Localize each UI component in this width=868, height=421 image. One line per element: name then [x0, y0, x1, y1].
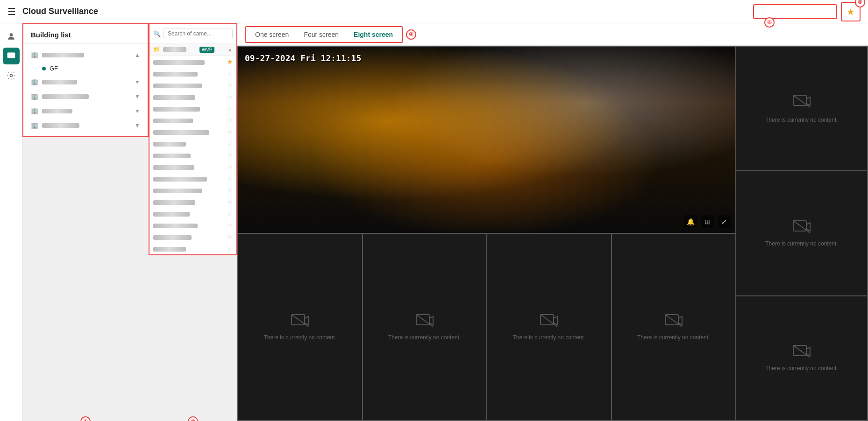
- camera-name-12: [153, 187, 227, 193]
- camera-item-16[interactable]: ☆: [149, 231, 236, 243]
- building-item-3[interactable]: 🏢 ▼: [23, 89, 148, 104]
- camera-star-4[interactable]: ☆: [227, 93, 233, 100]
- camera-star-1[interactable]: ★: [227, 58, 233, 65]
- building-name-3: [42, 94, 89, 99]
- building-panel-wrapper: Building list 🏢 ▲ GF: [22, 23, 149, 421]
- building-icon-3: 🏢: [31, 93, 38, 100]
- camera-star-3[interactable]: ☆: [227, 82, 233, 89]
- camera-star-13[interactable]: ☆: [227, 198, 233, 205]
- camera-item-6[interactable]: ☆: [149, 114, 236, 126]
- camera-star-12[interactable]: ☆: [227, 187, 233, 194]
- wvp-badge: WVP: [199, 47, 215, 53]
- building-name-5: [42, 123, 79, 128]
- video-ctrl-sound[interactable]: 🔔: [684, 215, 697, 228]
- eight-screen-button[interactable]: Eight screen: [352, 30, 395, 39]
- camera-star-9[interactable]: ☆: [227, 152, 233, 159]
- video-ctrl-fullscreen[interactable]: ⤢: [718, 215, 731, 228]
- no-content-icon-b1: [291, 314, 309, 330]
- camera-group-name: [163, 47, 186, 52]
- camera-item-7[interactable]: ☆: [149, 126, 236, 138]
- camera-star-7[interactable]: ☆: [227, 128, 233, 135]
- camera-item-3[interactable]: ☆: [149, 79, 236, 91]
- menu-icon[interactable]: ☰: [7, 6, 16, 17]
- no-content-icon-3: [792, 344, 811, 360]
- no-content-text-b3: There is currently no content.: [513, 334, 585, 341]
- camera-item-10[interactable]: ☆: [149, 161, 236, 173]
- camera-star-16[interactable]: ☆: [227, 233, 233, 240]
- right-panel-1: There is currently no content.: [736, 47, 867, 170]
- camera-item-4[interactable]: ☆: [149, 91, 236, 103]
- svg-point-2: [10, 75, 12, 77]
- chevron-up-1: ▲: [135, 52, 140, 58]
- building-item-5[interactable]: 🏢 ▼: [23, 118, 148, 133]
- camera-star-17[interactable]: ☆: [227, 245, 233, 252]
- camera-star-8[interactable]: ☆: [227, 140, 233, 147]
- building-item-5-left: 🏢: [31, 122, 79, 129]
- right-column: There is currently no content. There is …: [736, 47, 867, 420]
- sidebar-icon-user[interactable]: [3, 28, 20, 45]
- chevron-3: ▼: [135, 93, 140, 100]
- camera-item-15[interactable]: ☆: [149, 219, 236, 231]
- camera-group-header: 📁 WVP ▲: [149, 43, 236, 56]
- camera-name-1: [153, 59, 227, 64]
- bottom-panel-3: There is currently no content.: [487, 234, 611, 420]
- no-content-text-b1: There is currently no content.: [264, 334, 336, 341]
- no-content-text-1: There is currently no content.: [765, 117, 838, 123]
- camera-search: 🔍: [149, 24, 236, 43]
- screen-mode-wrapper: One screen Four screen Eight screen ④: [245, 26, 403, 43]
- video-grid: 09-27-2024 Fri 12:11:15 🔔 ⊞ ⤢: [237, 46, 868, 421]
- building-icon-5: 🏢: [31, 122, 38, 129]
- building-item-2[interactable]: 🏢 ▼: [23, 75, 148, 89]
- camera-panel-wrapper: 🔍 📁 WVP ▲ ★ ☆: [149, 23, 237, 421]
- camera-star-14[interactable]: ☆: [227, 210, 233, 217]
- four-screen-button[interactable]: Four screen: [302, 30, 341, 39]
- camera-name-10: [153, 164, 227, 169]
- folder-icon: 📁: [153, 46, 160, 53]
- building-item-1[interactable]: 🏢 ▲: [23, 48, 148, 62]
- camera-star-5[interactable]: ☆: [227, 105, 233, 112]
- right-panel-3: There is currently no content.: [736, 296, 867, 420]
- building-list: 🏢 ▲ GF 🏢 ▼: [23, 44, 148, 136]
- building-name-2: [42, 80, 77, 84]
- camera-item-2[interactable]: ☆: [149, 68, 236, 79]
- camera-star-2[interactable]: ☆: [227, 70, 233, 77]
- camera-star-6[interactable]: ☆: [227, 117, 233, 124]
- camera-item-13[interactable]: ☆: [149, 196, 236, 208]
- camera-item-17[interactable]: ☆: [149, 243, 236, 254]
- building-panel-title: Building list: [23, 24, 148, 44]
- camera-list: ★ ☆ ☆ ☆ ☆: [149, 56, 236, 254]
- sidebar-icon-settings[interactable]: [3, 67, 20, 84]
- camera-star-10[interactable]: ☆: [227, 163, 233, 170]
- camera-star-15[interactable]: ☆: [227, 222, 233, 229]
- camera-item-1[interactable]: ★: [149, 56, 236, 68]
- camera-search-input[interactable]: [164, 28, 233, 39]
- camera-group-chevron[interactable]: ▲: [228, 47, 233, 52]
- building-panel: Building list 🏢 ▲ GF: [22, 23, 149, 137]
- video-ctrl-screenshot[interactable]: ⊞: [701, 215, 714, 228]
- camera-item-12[interactable]: ☆: [149, 184, 236, 196]
- sidebar-icon-monitor[interactable]: [3, 48, 20, 64]
- floor-name-gf: GF: [50, 65, 58, 72]
- building-item-4[interactable]: 🏢 ▼: [23, 104, 148, 118]
- camera-item-8[interactable]: ☆: [149, 138, 236, 149]
- floor-item-gf[interactable]: GF: [23, 62, 148, 75]
- one-screen-button[interactable]: One screen: [253, 30, 291, 39]
- camera-name-14: [153, 210, 227, 216]
- header: ☰ Cloud Surveillance ★ ⑤ ⑥: [0, 0, 868, 23]
- annotation-1: ①: [80, 416, 91, 421]
- camera-star-11[interactable]: ☆: [227, 175, 233, 182]
- header-search-box: [753, 4, 837, 19]
- camera-name-9: [153, 152, 227, 158]
- camera-item-14[interactable]: ☆: [149, 208, 236, 219]
- camera-item-11[interactable]: ☆: [149, 173, 236, 184]
- bottom-panel-4: There is currently no content.: [612, 234, 736, 420]
- camera-item-5[interactable]: ☆: [149, 103, 236, 114]
- annotation-6: ⑥: [764, 17, 775, 28]
- sidebar-icons: [0, 23, 22, 421]
- header-search-input[interactable]: [758, 8, 832, 15]
- building-name-1: [42, 53, 84, 57]
- camera-name-16: [153, 234, 227, 239]
- annotation-5: ⑤: [855, 0, 865, 7]
- camera-name-8: [153, 140, 227, 146]
- camera-item-9[interactable]: ☆: [149, 149, 236, 161]
